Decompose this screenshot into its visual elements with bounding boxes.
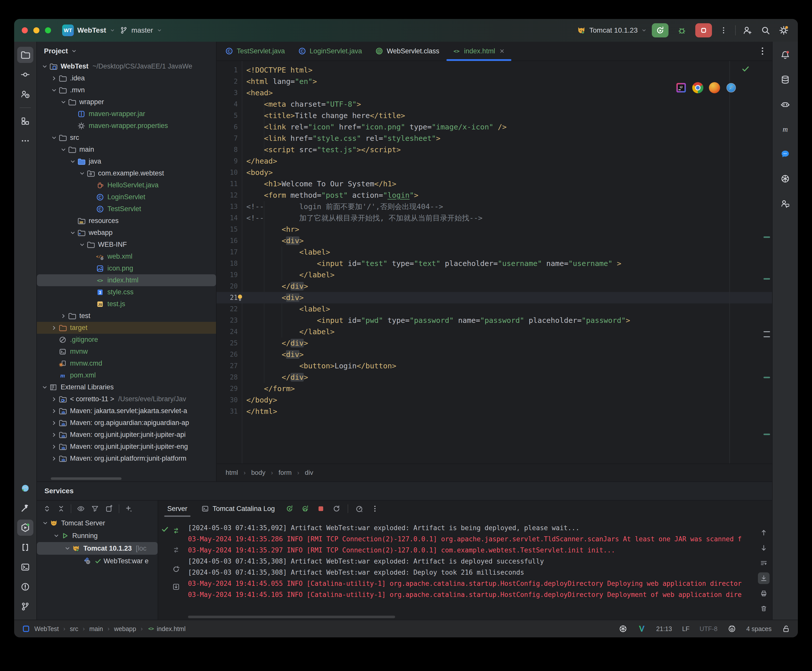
tool-pull-requests[interactable]: ? [17, 86, 33, 102]
tree-item-java[interactable]: java [37, 155, 216, 167]
code-line-16[interactable]: 16 <div> [216, 235, 772, 247]
chevron-right-icon[interactable] [50, 407, 58, 415]
tree-item-Maven--org.junit.jupiter-junit-jupiter-api[interactable]: Maven: org.junit.jupiter:junit-jupiter-a… [37, 429, 216, 441]
minimize-window-button[interactable] [33, 27, 39, 33]
chevron-down-icon[interactable] [59, 146, 68, 153]
editor-tab-WebServlet.class[interactable]: @WebServlet.class [369, 42, 446, 60]
code-line-22[interactable]: 22 <label> [216, 303, 772, 315]
soft-wrap-button[interactable] [758, 557, 770, 569]
scroll-down-button[interactable] [758, 542, 770, 553]
chevron-down-icon[interactable] [59, 99, 68, 106]
tree-item-webapp[interactable]: webapp [37, 227, 216, 238]
v-plugin-icon[interactable] [637, 625, 646, 633]
code-line-23[interactable]: 23 <input id="pwd" type="password" name=… [216, 315, 772, 326]
breadcrumb-form[interactable]: form [279, 469, 292, 477]
debug-server-button[interactable] [299, 502, 312, 515]
code-line-7[interactable]: 7 <link href="style.css" rel="stylesheet… [216, 133, 772, 144]
project-widget[interactable]: WT WebTest [62, 24, 115, 36]
tree-item-Maven--org.apiguardian-apiguardian-ap[interactable]: Maven: org.apiguardian:apiguardian-ap [37, 417, 216, 429]
chevron-right-icon[interactable] [50, 324, 58, 332]
openai-status-icon[interactable] [619, 625, 627, 633]
console-gutter-check-icon[interactable] [160, 525, 170, 534]
status-file-path[interactable]: WebTest›src›main›webapp›<>index.html [34, 625, 186, 633]
tree-item-.idea[interactable]: .idea [37, 72, 216, 84]
code-line-8[interactable]: 8 <script src="test.js"></script> [216, 144, 772, 155]
search-everywhere-button[interactable] [759, 24, 772, 37]
code-with-me-button[interactable] [741, 24, 754, 37]
code-line-21[interactable]: 21 <div> [216, 292, 772, 303]
code-line-5[interactable]: 5 <title>Title change here</title> [216, 110, 772, 121]
tree-item-index.html[interactable]: <>index.html [37, 274, 216, 286]
stop-button[interactable] [695, 23, 712, 37]
tree-item-.gitignore[interactable]: .gitignore [37, 334, 216, 346]
code-editor[interactable]: 1<!DOCTYPE html>2<html lang="en">3<head>… [216, 61, 772, 463]
editor-tab-index.html[interactable]: <>index.html [446, 42, 512, 60]
expand-all-button[interactable] [41, 502, 54, 515]
intention-bulb-icon[interactable] [236, 293, 244, 302]
chevron-right-icon[interactable] [50, 431, 58, 438]
tree-item-style.css[interactable]: 3style.css [37, 286, 216, 298]
rerun-server-button[interactable] [283, 502, 296, 515]
rerun-button[interactable] [652, 23, 669, 37]
code-line-31[interactable]: 31</html> [216, 406, 772, 417]
tree-item-External-Libraries[interactable]: External Libraries [37, 381, 216, 393]
close-window-button[interactable] [22, 27, 28, 33]
tree-item-Maven--org.junit.platform-junit-platform[interactable]: Maven: org.junit.platform:junit-platform [37, 453, 216, 465]
tree-item-.mvn[interactable]: .mvn [37, 84, 216, 96]
tree-item-TestServlet[interactable]: CTestServlet [37, 203, 216, 215]
safari-preview-icon[interactable] [725, 82, 737, 93]
inspections-ok-icon[interactable] [741, 65, 750, 73]
code-line-30[interactable]: 30</body> [216, 394, 772, 406]
tool-build[interactable] [17, 500, 33, 516]
tool-changes[interactable] [17, 539, 33, 555]
chevron-down-icon[interactable] [50, 134, 58, 141]
chevron-right-icon[interactable] [50, 419, 58, 426]
tree-item-wrapper[interactable]: wrapper [37, 96, 216, 108]
tool-git[interactable] [17, 598, 33, 615]
code-line-15[interactable]: 15 <hr> [216, 224, 772, 235]
tree-item-test.js[interactable]: JStest.js [37, 298, 216, 310]
dashboard-button[interactable] [353, 502, 366, 515]
chevron-right-icon[interactable] [50, 396, 58, 403]
chevron-down-icon[interactable] [68, 229, 77, 237]
tree-item-web.xml[interactable]: </>web.xml [37, 250, 216, 262]
chevron-down-icon[interactable] [41, 519, 49, 527]
status-path-index.html[interactable]: <>index.html [147, 625, 186, 633]
tree-item-WebTest-war-e[interactable]: WebTest:war e [37, 555, 158, 567]
code-line-20[interactable]: 20 </div> [216, 281, 772, 292]
line-separator[interactable]: LF [682, 625, 690, 633]
chevron-down-icon[interactable] [78, 170, 87, 177]
console-gutter-swapG-icon[interactable] [171, 526, 181, 535]
close-tab-icon[interactable] [499, 48, 505, 54]
tool-terminal[interactable] [17, 559, 33, 575]
refresh-button[interactable] [330, 502, 343, 515]
tree-item-HelloServlet.java[interactable]: HelloServlet.java [37, 179, 216, 191]
code-line-9[interactable]: 9</head> [216, 155, 772, 167]
tool-notifications[interactable] [777, 47, 793, 63]
chevron-right-icon[interactable] [50, 455, 58, 462]
debug-button[interactable] [674, 23, 690, 37]
settings-button[interactable] [777, 24, 790, 37]
stop-server-button[interactable] [314, 502, 328, 515]
tool-maven[interactable]: m [777, 121, 793, 137]
console-output[interactable]: [2024-05-03 07:41:35,092] Artifact WebTe… [158, 517, 772, 620]
code-line-28[interactable]: 28 </div> [216, 372, 772, 383]
unlock-icon[interactable] [782, 625, 790, 633]
code-line-18[interactable]: 18 <input id="test" type="text" placehol… [216, 258, 772, 269]
project-panel-header[interactable]: Project [37, 42, 216, 60]
tool-more[interactable] [17, 133, 33, 149]
tree-item-com.example.webtest[interactable]: com.example.webtest [37, 167, 216, 179]
caret-position[interactable]: 21:13 [656, 625, 672, 633]
chevron-down-icon[interactable] [41, 63, 49, 70]
console-tab-Server[interactable]: Server [162, 501, 193, 517]
tree-item-resources[interactable]: resources [37, 215, 216, 227]
tree-item-test[interactable]: test [37, 310, 216, 322]
breadcrumb-html[interactable]: html [226, 469, 238, 477]
tool-openai[interactable] [777, 171, 793, 187]
breadcrumb-body[interactable]: body [251, 469, 265, 477]
tool-chat[interactable] [777, 146, 793, 162]
more-actions-button[interactable] [717, 24, 730, 37]
code-line-19[interactable]: 19 </label> [216, 269, 772, 281]
code-line-11[interactable]: 11 <h1>Welcome To Our System</h1> [216, 178, 772, 190]
tool-commit[interactable] [17, 66, 33, 83]
